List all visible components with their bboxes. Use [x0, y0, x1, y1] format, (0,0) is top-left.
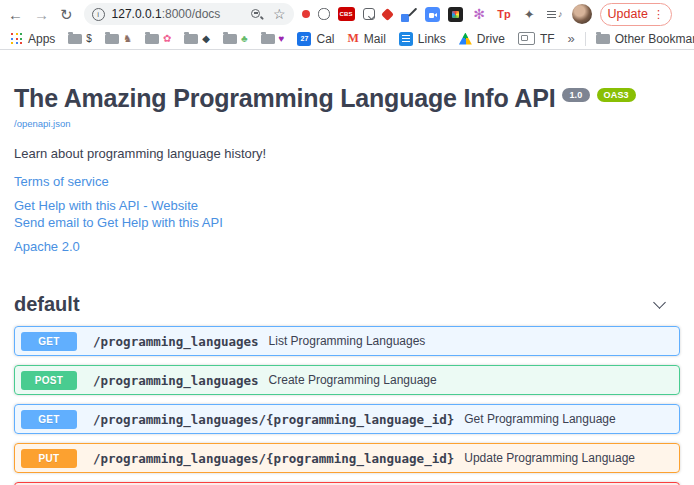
bookmark-folder-horse[interactable]: ♞ — [105, 34, 132, 44]
extension-area: CBS✻Tp✦♪ — [302, 6, 563, 23]
endpoint-summary: List Programming Languages — [269, 334, 426, 348]
update-label: Update — [608, 7, 648, 21]
bookmark-label: Drive — [477, 32, 505, 46]
contact-website-link[interactable]: Get Help with this API - Website — [14, 198, 198, 213]
bookmark-star-icon[interactable]: ☆ — [273, 7, 286, 21]
tp-icon[interactable]: Tp — [496, 6, 513, 23]
folder-icon — [68, 34, 82, 44]
folder-icon — [223, 34, 237, 44]
method-badge: PUT — [21, 449, 77, 468]
menu-dots-icon[interactable]: ⋮ — [653, 8, 664, 21]
browser-toolbar: ← → ↻ i 127.0.0.1:8000/docs ☆ CBS✻Tp✦♪ U… — [0, 0, 694, 28]
bookmark-mail[interactable]: MMail — [348, 31, 386, 46]
section-title: default — [14, 293, 80, 316]
endpoint-get-row[interactable]: GET/programming_languages/{programming_l… — [14, 404, 680, 434]
folder-badge-icon: ♥ — [279, 34, 285, 44]
tf-icon — [518, 32, 535, 45]
bookmark-label: Apps — [28, 32, 55, 46]
zoom-out-icon[interactable] — [251, 8, 264, 21]
folder-icon — [145, 34, 159, 44]
folder-badge-icon: ✿ — [163, 34, 171, 44]
endpoint-post-row[interactable]: POST/programming_languagesCreate Program… — [14, 365, 680, 395]
url-path: :8000/docs — [162, 7, 221, 21]
endpoint-summary: Get Programming Language — [464, 412, 615, 426]
page-info-icon[interactable]: i — [92, 8, 105, 21]
endpoint-list: GET/programming_languagesList Programmin… — [14, 326, 680, 485]
bookmark-label: TF — [540, 32, 555, 46]
api-description: Learn about programming language history… — [14, 146, 680, 161]
links-icon — [399, 32, 413, 46]
page-title: The Amazing Programming Language Info AP… — [14, 84, 680, 113]
drive-icon — [459, 33, 472, 45]
bookmark-tf[interactable]: TF — [518, 32, 555, 46]
endpoint-put-row[interactable]: PUT/programming_languages/{programming_l… — [14, 443, 680, 473]
folder-badge-icon: ◆ — [202, 34, 210, 44]
bookmarks-divider — [585, 32, 586, 46]
endpoint-get-row[interactable]: GET/programming_languagesList Programmin… — [14, 326, 680, 356]
folder-icon — [596, 34, 610, 44]
cbs-icon[interactable]: CBS — [338, 7, 355, 21]
profile-avatar[interactable] — [572, 4, 592, 24]
redirect-icon[interactable] — [381, 8, 394, 21]
bookmark-apps[interactable]: Apps — [10, 32, 55, 46]
endpoint-summary: Create Programming Language — [269, 373, 437, 387]
color-picker-icon[interactable] — [400, 6, 417, 23]
bookmark-folder-pink[interactable]: ✿ — [145, 34, 171, 44]
endpoint-path: /programming_languages/{programming_lang… — [93, 451, 454, 466]
version-badge: 1.0 — [562, 88, 589, 102]
bookmark-cal[interactable]: 27Cal — [297, 32, 334, 46]
bookmark-drive[interactable]: Drive — [459, 32, 505, 46]
playlist-icon[interactable]: ♪ — [546, 6, 563, 23]
back-icon[interactable]: ← — [8, 7, 23, 22]
method-badge: POST — [21, 371, 77, 390]
api-title-text: The Amazing Programming Language Info AP… — [14, 84, 555, 112]
zoom-minus — [254, 12, 258, 14]
blocker-icon[interactable] — [302, 10, 310, 18]
endpoint-path: /programming_languages — [93, 334, 259, 349]
folder-badge-icon: ♞ — [123, 34, 132, 44]
contact-email-link[interactable]: Send email to Get Help with this API — [14, 215, 223, 230]
swagger-page: The Amazing Programming Language Info AP… — [0, 84, 694, 485]
browser-window: ← → ↻ i 127.0.0.1:8000/docs ☆ CBS✻Tp✦♪ U… — [0, 0, 694, 50]
url-text[interactable]: 127.0.0.1:8000/docs — [112, 7, 221, 21]
bookmarks-bar: Apps$♞✿◆♣♥27CalMMailLinksDriveTF»Other B… — [0, 28, 694, 50]
bookmark-folder-finance[interactable]: $ — [68, 34, 92, 44]
endpoint-path: /programming_languages/{programming_lang… — [93, 412, 454, 427]
bookmark-folder-heart[interactable]: ♥ — [261, 34, 285, 44]
calendar-icon: 27 — [297, 32, 311, 46]
video-call-icon[interactable] — [425, 7, 440, 22]
chevron-down-icon[interactable] — [653, 296, 666, 309]
bookmark-other-bookmarks[interactable]: Other Bookmarks — [596, 32, 694, 46]
spark-icon[interactable]: ✦ — [521, 6, 538, 23]
folder-icon — [105, 34, 119, 44]
bookmarks-overflow-chevron[interactable]: » — [568, 31, 575, 46]
bookmark-label: Other Bookmarks — [615, 32, 694, 46]
bookmark-label: Mail — [364, 32, 386, 46]
api-links: Terms of service Get Help with this API … — [14, 174, 680, 254]
url-bar[interactable]: i 127.0.0.1:8000/docs ☆ — [84, 3, 294, 25]
license-link[interactable]: Apache 2.0 — [14, 239, 80, 254]
update-button[interactable]: Update ⋮ — [600, 3, 672, 26]
bookmark-label: Cal — [316, 32, 334, 46]
bookmark-folder-grad[interactable]: ◆ — [184, 34, 210, 44]
terms-of-service-link[interactable]: Terms of service — [14, 174, 109, 189]
forward-icon[interactable]: → — [34, 7, 49, 22]
endpoint-path: /programming_languages — [93, 373, 259, 388]
chat-bubble-icon[interactable] — [318, 8, 330, 20]
openapi-json-link[interactable]: /openapi.json — [14, 118, 71, 129]
bookmark-links[interactable]: Links — [399, 32, 446, 46]
section-default-header[interactable]: default — [14, 293, 680, 316]
bookmark-folder-green[interactable]: ♣ — [223, 34, 248, 44]
apps-grid-icon — [10, 32, 23, 45]
url-host: 127.0.0.1 — [112, 7, 162, 21]
folder-icon — [261, 34, 275, 44]
gmail-icon: M — [348, 31, 359, 46]
oas3-badge: OAS3 — [597, 88, 636, 102]
art-icon[interactable] — [448, 7, 463, 22]
folder-icon — [184, 34, 198, 44]
folder-badge-icon: ♣ — [241, 34, 248, 44]
method-badge: GET — [21, 332, 77, 351]
reload-icon[interactable]: ↻ — [60, 7, 73, 22]
pocket-icon[interactable] — [363, 8, 375, 20]
flower-icon[interactable]: ✻ — [471, 6, 488, 23]
